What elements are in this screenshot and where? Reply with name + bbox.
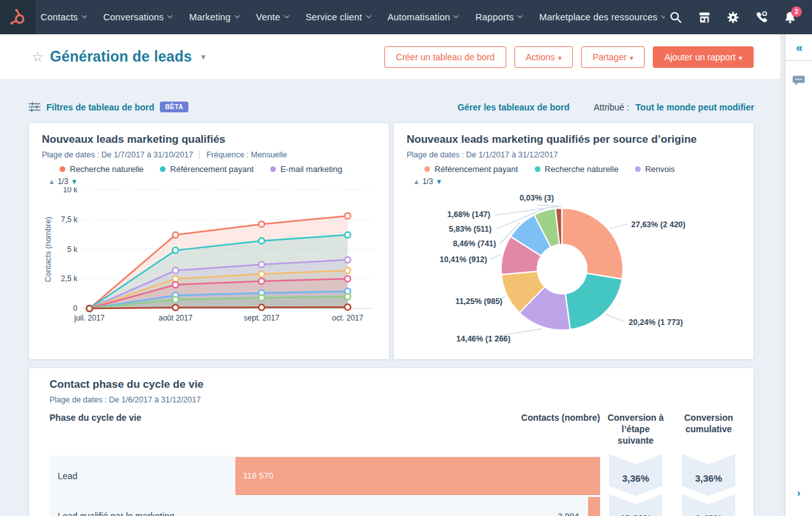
svg-text:8,46% (741): 8,46% (741) [453, 239, 496, 248]
funnel-bar[interactable]: 118 570 [235, 457, 600, 495]
hubspot-logo[interactable] [0, 0, 36, 34]
report-title: Nouveaux leads marketing qualifiés per s… [407, 133, 741, 146]
svg-text:5 k: 5 k [67, 245, 78, 254]
assigned-value-link[interactable]: Tout le monde peut modifier [636, 102, 754, 112]
legend-dot [160, 166, 166, 172]
svg-text:14,46% (1 266): 14,46% (1 266) [456, 334, 510, 343]
sprocket-icon [8, 8, 27, 27]
svg-text:10 k: 10 k [63, 187, 78, 194]
line-chart[interactable]: 02,5 k5 k7,5 k10 kjuil. 2017août 2017sep… [42, 187, 379, 338]
share-button[interactable]: Partager▾ [581, 46, 645, 68]
settings-gear-icon[interactable] [726, 10, 740, 24]
report-title: Contact phase du cycle de vie [49, 378, 746, 391]
svg-text:27,63% (2 420): 27,63% (2 420) [631, 220, 685, 229]
actions-button[interactable]: Actions▾ [514, 46, 573, 68]
svg-text:0: 0 [73, 304, 77, 313]
search-icon[interactable] [669, 10, 683, 24]
chevron-down-icon: ▾ [738, 54, 742, 62]
chart-legend: Référencement payant Recherche naturelle… [407, 164, 741, 174]
legend-pager: ▲ 1/3 ▼ [407, 177, 741, 186]
legend-item[interactable]: Référencement payant [160, 164, 254, 174]
svg-text:oct. 2017: oct. 2017 [332, 314, 363, 322]
create-dashboard-button[interactable]: Créer un tableau de bord [384, 46, 506, 68]
nav-item-contacts[interactable]: Contacts [41, 12, 86, 22]
favorite-star-icon[interactable]: ☆ [32, 50, 44, 65]
page-title: Génération de leads [50, 48, 192, 65]
legend-next-button[interactable]: ▼ [436, 178, 443, 185]
legend-dot [635, 166, 641, 172]
notifications-bell-icon[interactable]: 2 [783, 10, 797, 24]
legend-item[interactable]: Recherche naturelle [535, 164, 619, 174]
funnel-table-header: Phase du cycle de vie Contacts (nombre) … [49, 412, 746, 447]
dashboard-switcher-caret-icon[interactable]: ▼ [199, 53, 207, 62]
svg-text:2,5 k: 2,5 k [61, 274, 78, 283]
legend-item[interactable]: E-mail marketing [270, 164, 343, 174]
svg-text:5,83% (511): 5,83% (511) [449, 225, 492, 234]
comments-icon[interactable] [792, 75, 805, 86]
donut-chart[interactable]: 27,63% (2 420)20,24% (1 773)14,46% (1 26… [407, 187, 743, 347]
column-header-conversion-next: Conversion à l’étape suivante [605, 412, 666, 447]
conversion-next-badge: 42,22% [609, 494, 662, 516]
legend-item[interactable]: Renvois [635, 164, 675, 174]
report-date-range: Plage de dates : De 1/7/2017 à 31/10/201… [42, 150, 193, 159]
nav-item-vente[interactable]: Vente [256, 12, 289, 22]
report-date-range: Plage de dates : De 1/1/2017 à 31/12/201… [407, 150, 558, 159]
svg-text:Contacts (nombre): Contacts (nombre) [44, 216, 53, 282]
nav-item-service-client[interactable]: Service client [306, 12, 370, 22]
table-row: Lead qualifié par le marketing 3 984 42,… [49, 496, 746, 516]
legend-page-indicator: 1/3 [58, 177, 69, 186]
dashboard-body: Filtres de tableau de bord BÊTA Gérer le… [0, 80, 780, 516]
column-header-contacts: Contacts (nombre) [235, 412, 600, 423]
chevron-down-icon [365, 13, 370, 18]
next-panel-icon[interactable]: › [785, 487, 812, 499]
funnel-bar-value: 118 570 [235, 471, 273, 480]
svg-text:7,5 k: 7,5 k [61, 215, 78, 224]
header-actions: Créer un tableau de bord Actions▾ Partag… [384, 46, 754, 68]
nav-item-rapports[interactable]: Rapports [475, 12, 521, 22]
legend-next-button[interactable]: ▼ [71, 178, 78, 185]
nav-item-automatisation[interactable]: Automatisation [388, 12, 459, 22]
legend-page-indicator: 1/3 [422, 177, 433, 186]
legend-prev-button[interactable]: ▲ [413, 178, 420, 185]
scrollbar[interactable] [780, 34, 785, 516]
legend-dot [535, 166, 540, 172]
marketplace-icon[interactable] [697, 10, 711, 24]
chevron-down-icon [454, 13, 459, 18]
chevron-down-icon [518, 13, 523, 18]
nav-item-marketplace[interactable]: Marketplace des ressources [539, 12, 665, 22]
svg-text:sept. 2017: sept. 2017 [244, 314, 279, 322]
legend-item[interactable]: Recherche naturelle [60, 164, 143, 174]
chevron-down-icon [284, 13, 289, 18]
svg-text:10,41% (912): 10,41% (912) [440, 255, 487, 264]
report-title: Nouveaux leads marketing qualifiés [42, 133, 376, 146]
report-frequency: Fréquence : Mensuelle [206, 150, 287, 159]
right-sidebar: « › [785, 34, 812, 516]
filters-row: Filtres de tableau de bord BÊTA Gérer le… [29, 102, 754, 112]
dashboard-filters-button[interactable]: Filtres de tableau de bord BÊTA [29, 102, 188, 112]
nav-item-conversations[interactable]: Conversations [103, 12, 172, 22]
report-card-new-leads-line: Nouveaux leads marketing qualifiés Plage… [29, 122, 390, 360]
funnel-bar-zone: 3 984 [235, 496, 600, 516]
svg-text:20,24% (1 773): 20,24% (1 773) [629, 318, 683, 327]
funnel-phase-label: Lead qualifié par le marketing [49, 496, 235, 516]
add-report-button[interactable]: Ajouter un rapport▾ [653, 46, 754, 68]
legend-item[interactable]: Référencement payant [424, 164, 518, 174]
report-card-lifecycle-funnel: Contact phase du cycle de vie Plage de d… [29, 367, 754, 516]
nav-icon-group: 2 [669, 0, 812, 34]
chevron-down-icon [82, 13, 87, 18]
chevron-down-icon: ▾ [630, 54, 634, 62]
svg-text:11,25% (985): 11,25% (985) [455, 297, 502, 306]
conversion-next-badge: 3,36% [609, 454, 662, 496]
nav-item-marketing[interactable]: Marketing [189, 12, 239, 22]
legend-dot [60, 166, 65, 172]
legend-prev-button[interactable]: ▲ [48, 178, 55, 185]
manage-dashboards-link[interactable]: Gérer les tableaux de bord [457, 102, 570, 112]
chevron-down-icon [234, 13, 239, 18]
calls-phone-icon[interactable] [754, 10, 768, 24]
report-date-range: Plage de dates : De 1/6/2017 à 31/12/201… [49, 395, 200, 404]
chevron-down-icon [167, 13, 173, 18]
legend-dot [270, 166, 276, 172]
funnel-bar[interactable] [588, 497, 600, 516]
dashboard-header: ☆ Génération de leads ▼ Créer un tableau… [0, 34, 780, 80]
collapse-panel-icon[interactable]: « [796, 41, 802, 55]
